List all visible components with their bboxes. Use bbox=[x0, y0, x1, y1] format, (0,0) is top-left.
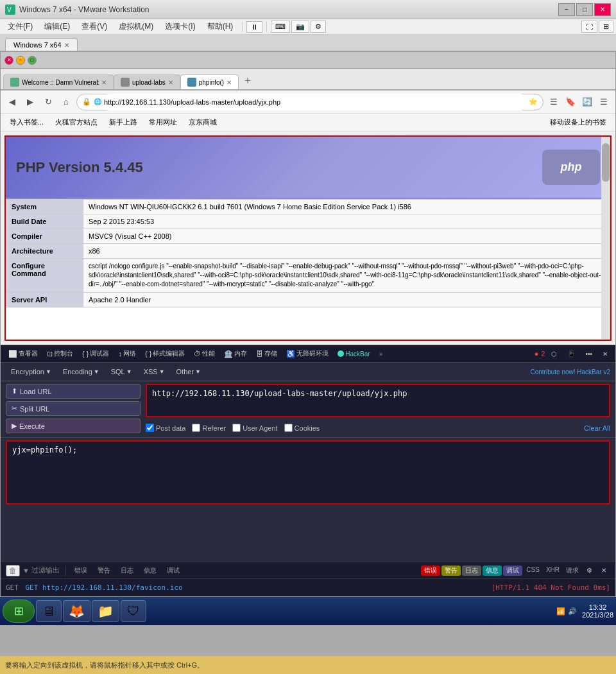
menu-tabs[interactable]: 选项卡(I) bbox=[160, 20, 200, 33]
devtools-a11y-btn[interactable]: ♿ 无障碍环境 bbox=[282, 348, 332, 359]
tab3-close[interactable]: ✕ bbox=[227, 79, 232, 86]
requests-badge[interactable]: 请求 bbox=[563, 566, 581, 576]
close-button[interactable]: ✕ bbox=[594, 3, 611, 16]
start-button[interactable]: ⊞ bbox=[3, 600, 35, 623]
unity-button[interactable]: ⊞ bbox=[599, 21, 613, 33]
cookies-checkbox-label[interactable]: Cookies bbox=[284, 424, 320, 432]
forward-button[interactable]: ▶ bbox=[22, 94, 38, 110]
clear-all-button[interactable]: Clear All bbox=[584, 424, 610, 432]
log-badge[interactable]: 日志 bbox=[462, 566, 481, 576]
vm-tab-win7[interactable]: Windows 7 x64 ✕ bbox=[5, 39, 78, 51]
tab-debug[interactable]: 调试 bbox=[163, 565, 184, 576]
referer-checkbox[interactable] bbox=[192, 424, 200, 432]
taskbar-item-2[interactable]: 🦊 bbox=[63, 600, 90, 622]
home-button[interactable]: ⌂ bbox=[58, 94, 74, 110]
post-data-input[interactable]: yjx=phpinfo(); bbox=[6, 440, 610, 505]
vertical-scrollbar[interactable] bbox=[601, 137, 610, 340]
tab-errors[interactable]: 错误 bbox=[71, 565, 91, 576]
devtools-close-btn[interactable]: ✕ bbox=[599, 349, 612, 359]
browser-close-btn[interactable]: ✕ bbox=[4, 56, 13, 65]
taskbar-item-4[interactable]: 🛡 bbox=[121, 600, 146, 622]
responsive-design-btn[interactable]: 📱 bbox=[563, 349, 579, 359]
address-input[interactable] bbox=[101, 94, 529, 110]
menu-view[interactable]: 查看(V) bbox=[76, 20, 112, 33]
bm-new-user[interactable]: 新手上路 bbox=[104, 116, 142, 128]
hackbar-other-menu[interactable]: Other ▼ bbox=[171, 367, 206, 377]
css-badge[interactable]: CSS bbox=[524, 566, 542, 576]
devtools-memory-btn[interactable]: 🏦 内存 bbox=[220, 348, 251, 359]
reload-button[interactable]: ↻ bbox=[40, 94, 56, 110]
more-tools-btn[interactable]: ••• bbox=[581, 349, 596, 359]
taskbar-item-1[interactable]: 🖥 bbox=[36, 600, 62, 622]
cookies-checkbox[interactable] bbox=[284, 424, 293, 432]
bm-firefox[interactable]: 火狐官方站点 bbox=[50, 116, 103, 128]
split-url-button[interactable]: ✂ Split URL bbox=[6, 401, 141, 416]
sync-btn[interactable]: 🔄 bbox=[579, 94, 595, 110]
fullscreen-button[interactable]: ⛶ bbox=[581, 21, 597, 33]
bm-mobile[interactable]: 移动设备上的书签 bbox=[545, 116, 612, 128]
devtools-storage-btn[interactable]: 🗄 存储 bbox=[252, 348, 281, 359]
error-badge[interactable]: 错误 bbox=[421, 566, 440, 576]
minimize-button[interactable]: − bbox=[558, 3, 575, 16]
hackbar-sql-menu[interactable]: SQL ▼ bbox=[106, 367, 137, 377]
bm-import[interactable]: 导入书签... bbox=[4, 116, 49, 128]
tab-warnings[interactable]: 警告 bbox=[94, 565, 114, 576]
devtools-style-btn[interactable]: { } 样式编辑器 bbox=[141, 348, 189, 359]
taskbar-item-3[interactable]: 📁 bbox=[92, 600, 119, 622]
pick-element-btn[interactable]: ⬡ bbox=[547, 349, 561, 359]
browser-max-btn[interactable]: □ bbox=[28, 56, 37, 65]
scrollbar-thumb[interactable] bbox=[602, 143, 610, 182]
tab2-close[interactable]: ✕ bbox=[168, 79, 173, 86]
browser-min-btn[interactable]: − bbox=[16, 56, 25, 65]
hackbar-xss-menu[interactable]: XSS ▼ bbox=[139, 367, 170, 377]
post-data-checkbox-label[interactable]: Post data bbox=[146, 424, 185, 432]
hackbar-tab-btn[interactable]: HackBar bbox=[334, 349, 373, 359]
console-close-btn[interactable]: ✕ bbox=[597, 566, 610, 576]
execute-button[interactable]: ▶ Execute bbox=[6, 419, 141, 433]
hackbar-encryption-menu[interactable]: Encryption ▼ bbox=[6, 367, 56, 377]
devtools-perf-btn[interactable]: ⏱ 性能 bbox=[190, 348, 219, 359]
back-button[interactable]: ◀ bbox=[4, 94, 20, 110]
bm-common[interactable]: 常用网址 bbox=[144, 116, 182, 128]
send-ctrl-alt-del[interactable]: ⌨ bbox=[271, 21, 290, 33]
bm-jd[interactable]: 京东商城 bbox=[184, 116, 222, 128]
menu-help[interactable]: 帮助(H) bbox=[202, 20, 239, 33]
clock[interactable]: 13:32 2021/3/28 bbox=[582, 603, 613, 619]
browser-tab-2[interactable]: upload-labs ✕ bbox=[114, 74, 180, 89]
vm-tab-close[interactable]: ✕ bbox=[64, 42, 69, 49]
devtools-debugger-btn[interactable]: { } 调试器 bbox=[78, 348, 113, 359]
info-badge[interactable]: 信息 bbox=[483, 566, 502, 576]
warn-badge[interactable]: 警告 bbox=[441, 566, 461, 576]
referer-checkbox-label[interactable]: Referer bbox=[192, 424, 226, 432]
devtools-network-btn[interactable]: ↕ 网络 bbox=[114, 348, 140, 359]
pause-button[interactable]: ⏸ bbox=[246, 21, 262, 33]
menu-vm[interactable]: 虚拟机(M) bbox=[114, 20, 158, 33]
post-data-checkbox[interactable] bbox=[146, 424, 154, 432]
menu-file[interactable]: 文件(F) bbox=[3, 20, 38, 33]
hackbar-encoding-menu[interactable]: Encoding ▼ bbox=[58, 367, 105, 377]
maximize-button[interactable]: □ bbox=[576, 3, 593, 16]
xhr-badge[interactable]: XHR bbox=[543, 566, 562, 576]
settings-button[interactable]: ⚙ bbox=[311, 21, 326, 33]
filter-icon-btn[interactable]: 🗑 bbox=[6, 565, 20, 576]
tab1-close[interactable]: ✕ bbox=[101, 79, 107, 86]
new-tab-button[interactable]: ＋ bbox=[239, 71, 257, 89]
load-url-button[interactable]: ⬆ Load URL bbox=[6, 384, 141, 399]
snapshot-button[interactable]: 📷 bbox=[291, 21, 309, 33]
menu-edit[interactable]: 编辑(E) bbox=[39, 20, 75, 33]
browser-tab-1[interactable]: Welcome :: Damn Vulnerabl... ✕ bbox=[3, 74, 114, 89]
tab-log[interactable]: 日志 bbox=[117, 565, 137, 576]
url-input[interactable]: http://192.168.11.130/upload-labs-master… bbox=[146, 384, 610, 417]
browser-tab-3[interactable]: phpinfo() ✕ bbox=[180, 74, 239, 89]
debug-badge[interactable]: 调试 bbox=[503, 566, 522, 576]
devtools-console-btn[interactable]: ⊡ 控制台 bbox=[43, 348, 77, 359]
bookmark-sidebar-btn[interactable]: ☰ bbox=[546, 94, 561, 110]
user-agent-checkbox[interactable] bbox=[232, 424, 241, 432]
console-settings-btn[interactable]: ⚙ bbox=[583, 566, 596, 576]
devtools-more-btn[interactable]: » bbox=[375, 349, 387, 359]
reader-btn[interactable]: 🔖 bbox=[563, 94, 578, 110]
menu-btn-browser[interactable]: ☰ bbox=[596, 94, 612, 110]
tab-info[interactable]: 信息 bbox=[140, 565, 160, 576]
hackbar-contribute-link[interactable]: Contribute now! HackBar v2 bbox=[530, 368, 610, 376]
devtools-inspector-btn[interactable]: ⬜ 查看器 bbox=[4, 348, 42, 359]
